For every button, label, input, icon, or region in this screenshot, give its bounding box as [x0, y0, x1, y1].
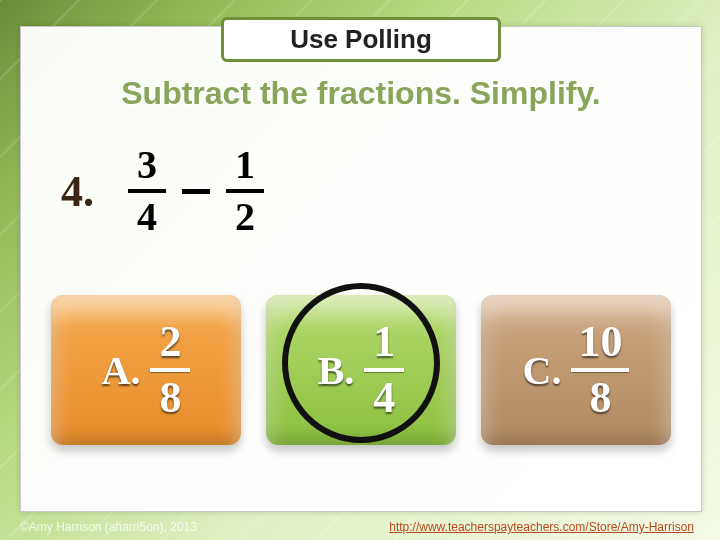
- answer-a-denominator: 8: [159, 376, 181, 420]
- minus-sign: [182, 189, 210, 194]
- fraction-right-numerator: 1: [235, 145, 255, 185]
- fraction-bar: [226, 189, 264, 193]
- slide-stage: Use Polling Subtract the fractions. Simp…: [0, 0, 720, 540]
- answer-c-numerator: 10: [578, 320, 622, 364]
- fraction-left-numerator: 3: [137, 145, 157, 185]
- problem-number: 4.: [61, 166, 94, 217]
- fraction-bar: [364, 368, 404, 372]
- answer-c-content: C. 10 8: [523, 320, 630, 420]
- answer-c-letter: C.: [523, 347, 562, 394]
- fraction-right: 1 2: [226, 145, 264, 237]
- answer-a-content: A. 2 8: [102, 320, 191, 420]
- answer-c-denominator: 8: [589, 376, 611, 420]
- use-polling-box[interactable]: Use Polling: [221, 17, 501, 62]
- answer-b-fraction: 1 4: [364, 320, 404, 420]
- answers-row: A. 2 8 B. 1 4: [51, 295, 671, 445]
- answer-b-letter: B.: [318, 347, 355, 394]
- answer-card-a[interactable]: A. 2 8: [51, 295, 241, 445]
- instruction-text: Subtract the fractions. Simplify.: [43, 75, 679, 112]
- answer-a-fraction: 2 8: [150, 320, 190, 420]
- answer-b-content: B. 1 4: [318, 320, 405, 420]
- fraction-bar: [571, 368, 629, 372]
- answer-b-denominator: 4: [373, 376, 395, 420]
- fraction-left: 3 4: [128, 145, 166, 237]
- fraction-bar: [150, 368, 190, 372]
- copyright-text: ©Amy Harrison (aharri5on), 2013: [20, 520, 197, 534]
- answer-a-numerator: 2: [159, 320, 181, 364]
- answer-card-b[interactable]: B. 1 4: [266, 295, 456, 445]
- fraction-bar: [128, 189, 166, 193]
- answer-a-letter: A.: [102, 347, 141, 394]
- problem-expression: 3 4 1 2: [128, 145, 264, 237]
- source-link[interactable]: http://www.teacherspayteachers.com/Store…: [389, 520, 694, 534]
- fraction-right-denominator: 2: [235, 197, 255, 237]
- answer-b-numerator: 1: [373, 320, 395, 364]
- fraction-left-denominator: 4: [137, 197, 157, 237]
- content-frame: Use Polling Subtract the fractions. Simp…: [20, 26, 702, 512]
- answer-c-fraction: 10 8: [571, 320, 629, 420]
- problem-row: 4. 3 4 1 2: [61, 145, 264, 237]
- answer-card-c[interactable]: C. 10 8: [481, 295, 671, 445]
